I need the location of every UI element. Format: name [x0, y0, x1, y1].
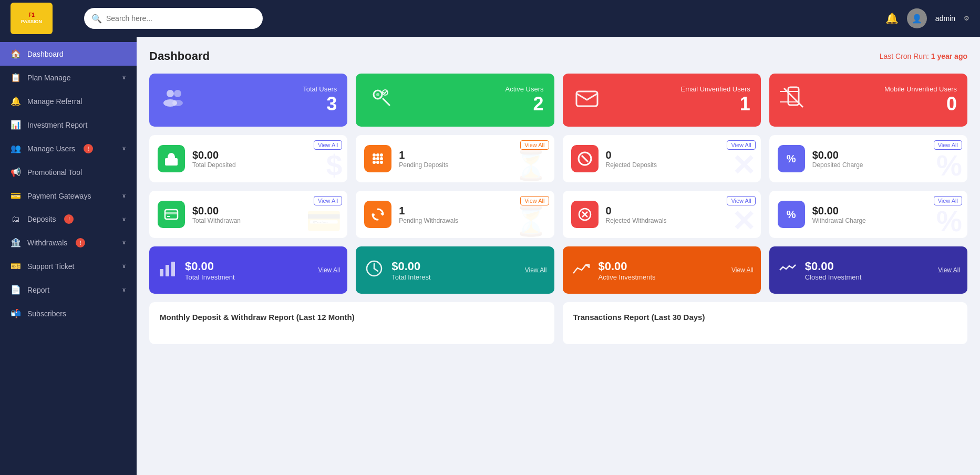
pending-deposits-view-all[interactable]: View All: [520, 140, 549, 150]
total-investment-card: $0.00 Total Investment View All: [149, 246, 347, 294]
chevron-icon: ∨: [122, 74, 126, 81]
sidebar-item-label: Support Ticket: [27, 262, 75, 271]
admin-label: admin: [935, 14, 955, 23]
withdrawal-cards-row: $0.00 Total Withdrawan View All 💳 1: [149, 191, 967, 238]
search-input[interactable]: [106, 14, 255, 23]
chevron-icon: ∨: [122, 216, 126, 223]
sidebar-item-label: Plan Manage: [27, 74, 71, 82]
email-unverified-label: Email Unverified Users: [609, 85, 750, 93]
cron-run-info: Last Cron Run: 1 year ago: [880, 52, 967, 60]
withdrawal-charge-label: Withdrawal Charge: [812, 217, 866, 224]
svg-point-1: [174, 90, 181, 97]
sidebar-item-promotional-tool[interactable]: 📢 Promotional Tool: [0, 160, 137, 184]
search-icon: 🔍: [91, 14, 102, 24]
active-users-card: Active Users 2: [356, 74, 554, 127]
email-unverified-info: Email Unverified Users 1: [609, 85, 750, 115]
svg-line-37: [374, 269, 378, 271]
total-users-card: Total Users 3: [149, 74, 347, 127]
sidebar-item-subscribers[interactable]: 📬 Subscribers: [0, 302, 137, 325]
sidebar-item-payment-gateways[interactable]: 💳 Payment Gateways ∨: [0, 184, 137, 208]
svg-point-3: [172, 100, 183, 106]
active-users-label: Active Users: [402, 85, 543, 93]
monthly-report-card: Monthly Deposit & Withdraw Report (Last …: [149, 302, 554, 344]
closed-investment-view-all[interactable]: View All: [938, 266, 960, 274]
withdrawals-icon: 🏦: [11, 238, 21, 247]
total-interest-icon: [364, 259, 384, 282]
deposited-charge-icon: %: [778, 145, 805, 172]
sidebar-item-manage-referral[interactable]: 🔔 Manage Referral: [0, 89, 137, 113]
sidebar-item-label: Report: [27, 286, 49, 294]
sidebar-item-report[interactable]: 📄 Report ∨: [0, 278, 137, 302]
sidebar-item-label: Manage Users: [27, 144, 75, 153]
total-users-icon: [160, 84, 187, 116]
svg-point-13: [373, 153, 376, 157]
sidebar-item-label: Subscribers: [27, 309, 66, 318]
notification-icon[interactable]: 🔔: [885, 12, 899, 25]
deposits-icon: 🗂: [11, 214, 21, 224]
rejected-withdrawals-label: Rejected Withdrawals: [606, 217, 667, 224]
total-deposited-view-all[interactable]: View All: [314, 140, 342, 150]
doc-icon: 📄: [11, 285, 21, 295]
active-users-info: Active Users 2: [402, 85, 543, 115]
rejected-deposits-label: Rejected Deposits: [606, 161, 657, 169]
report-icon: 📊: [11, 120, 21, 130]
active-investments-view-all[interactable]: View All: [731, 266, 754, 274]
mobile-unverified-info: Mobile Unverified Users 0: [816, 85, 957, 115]
total-withdrawan-amount: $0.00: [192, 205, 241, 217]
total-investment-view-all[interactable]: View All: [318, 266, 340, 274]
deposited-charge-label: Deposited Charge: [812, 161, 863, 169]
closed-investment-body: $0.00 Closed Investment: [805, 260, 959, 281]
deposited-charge-card: % $0.00 Deposited Charge View All %: [769, 135, 967, 182]
page-header: Dashboard Last Cron Run: 1 year ago: [149, 49, 967, 63]
watermark: ⏳: [513, 148, 549, 182]
chevron-icon: ∨: [122, 145, 126, 152]
withdrawal-charge-view-all[interactable]: View All: [934, 196, 962, 205]
active-investments-icon: [571, 259, 591, 282]
svg-line-23: [582, 156, 588, 162]
search-bar[interactable]: 🔍: [84, 8, 263, 29]
email-unverified-icon: [573, 84, 601, 116]
total-withdrawan-card: $0.00 Total Withdrawan View All 💳: [149, 191, 347, 238]
rejected-deposits-icon: [571, 145, 599, 172]
chevron-icon: ∨: [122, 192, 126, 199]
rejected-withdrawals-card: 0 Rejected Withdrawals View All ✕: [563, 191, 761, 238]
sidebar-item-deposits[interactable]: 🗂 Deposits ! ∨: [0, 208, 137, 231]
sidebar-item-support-ticket[interactable]: 🎫 Support Ticket ∨: [0, 254, 137, 278]
plan-icon: 📋: [11, 73, 21, 82]
active-users-icon: [366, 84, 394, 116]
bottom-row: Monthly Deposit & Withdraw Report (Last …: [149, 302, 967, 344]
payment-icon: 💳: [11, 191, 21, 201]
svg-rect-34: [171, 262, 175, 276]
sidebar-item-label: Dashboard: [27, 50, 64, 58]
closed-investment-label: Closed Investment: [805, 273, 959, 281]
watermark: %: [936, 149, 962, 182]
sidebar-item-manage-users[interactable]: 👥 Manage Users ! ∨: [0, 137, 137, 160]
avatar[interactable]: 👤: [907, 8, 927, 28]
active-investments-card: $0.00 Active Investments View All: [563, 246, 761, 294]
chevron-icon: ∨: [122, 263, 126, 270]
total-interest-view-all[interactable]: View All: [525, 266, 547, 274]
pending-withdrawals-view-all[interactable]: View All: [520, 196, 549, 205]
rejected-withdrawals-view-all[interactable]: View All: [727, 196, 755, 205]
chevron-icon: ∨: [122, 239, 126, 246]
sidebar-item-investment-report[interactable]: 📊 Investment Report: [0, 113, 137, 137]
sidebar-item-label: Deposits: [27, 215, 56, 223]
sidebar-item-plan-manage[interactable]: 📋 Plan Manage ∨: [0, 66, 137, 89]
closed-investment-icon: [778, 259, 798, 282]
active-investments-label: Active Investments: [599, 273, 752, 281]
watermark: 💳: [306, 204, 342, 238]
sidebar-item-withdrawals[interactable]: 🏦 Withdrawals ! ∨: [0, 231, 137, 254]
svg-point-14: [380, 153, 383, 157]
transactions-report-title: Transactions Report (Last 30 Days): [573, 313, 957, 322]
deposited-charge-view-all[interactable]: View All: [934, 140, 962, 150]
total-withdrawan-view-all[interactable]: View All: [314, 196, 342, 205]
rejected-deposits-view-all[interactable]: View All: [727, 140, 755, 150]
total-investment-body: $0.00 Total Investment: [185, 260, 339, 281]
watermark: $: [326, 149, 343, 182]
promo-icon: 📢: [11, 167, 21, 177]
sidebar-item-dashboard[interactable]: 🏠 Dashboard: [0, 42, 137, 66]
mobile-unverified-label: Mobile Unverified Users: [816, 85, 957, 93]
subscribers-icon: 📬: [11, 308, 21, 318]
active-investments-body: $0.00 Active Investments: [599, 260, 752, 281]
users-icon: 👥: [11, 143, 21, 153]
